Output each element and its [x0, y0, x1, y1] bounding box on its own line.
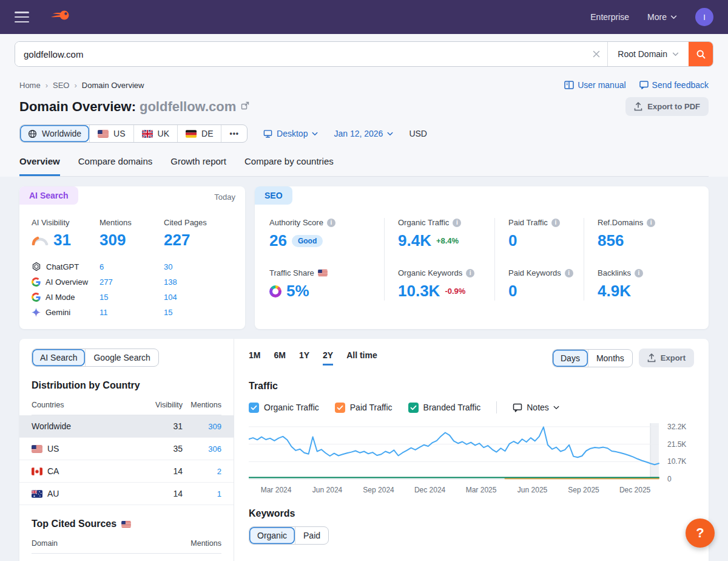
- range-2y[interactable]: 2Y: [323, 350, 333, 365]
- country-row-worldwide[interactable]: Worldwide 31 309: [19, 415, 234, 438]
- keywords-paid[interactable]: Paid: [295, 527, 328, 544]
- granularity-days[interactable]: Days: [553, 350, 588, 367]
- de-flag-icon: [186, 130, 197, 138]
- platform-visibility-link[interactable]: 277: [99, 277, 164, 287]
- tab-overview[interactable]: Overview: [19, 156, 60, 176]
- range-6m[interactable]: 6M: [274, 350, 285, 365]
- gemini-icon: [32, 308, 41, 317]
- info-icon[interactable]: [551, 219, 560, 227]
- platform-mentions-link[interactable]: 15: [164, 308, 233, 317]
- notes-control[interactable]: Notes: [513, 403, 559, 412]
- platform-visibility-link[interactable]: 11: [99, 308, 164, 317]
- granularity-months[interactable]: Months: [588, 350, 632, 367]
- date-selector[interactable]: Jan 12, 2026: [334, 129, 393, 138]
- domain-search-input[interactable]: [15, 42, 585, 66]
- range-1m[interactable]: 1M: [249, 350, 260, 365]
- metric-traffic-share: Traffic Share 5%: [269, 268, 384, 301]
- platform-mentions-link[interactable]: 138: [164, 277, 233, 287]
- feedback-bubble-icon: [639, 81, 649, 89]
- help-button[interactable]: ?: [686, 518, 715, 548]
- country-mentions-link[interactable]: 306: [183, 444, 221, 454]
- seo-card-tab[interactable]: SEO: [255, 186, 292, 205]
- top-navigation: Enterprise More I: [0, 0, 728, 34]
- info-icon[interactable]: [466, 269, 474, 277]
- info-icon[interactable]: [565, 269, 573, 277]
- metric-paid-traffic: Paid Traffic 0: [508, 218, 584, 250]
- toggle-google-search[interactable]: Google Search: [85, 349, 158, 366]
- legend-branded-traffic[interactable]: Branded Traffic: [408, 403, 481, 413]
- more-label: More: [647, 12, 667, 22]
- platform-mentions-link[interactable]: 30: [164, 262, 233, 271]
- export-to-pdf-button[interactable]: Export to PDF: [625, 97, 709, 116]
- search-button[interactable]: [689, 42, 713, 66]
- range-all-time[interactable]: All time: [346, 350, 377, 365]
- info-icon[interactable]: [453, 219, 461, 227]
- country-mentions-link[interactable]: 309: [183, 422, 221, 431]
- location-worldwide-label: Worldwide: [42, 129, 81, 138]
- metric-organic-keywords: Organic Keywords 10.3K-0.9%: [398, 268, 494, 301]
- ai-search-card-tab[interactable]: AI Search: [19, 186, 78, 205]
- toggle-ai-search[interactable]: AI Search: [32, 349, 85, 366]
- device-selector[interactable]: Desktop: [263, 129, 318, 138]
- country-mentions-link[interactable]: 2: [183, 467, 221, 476]
- legend-organic-traffic[interactable]: Organic Traffic: [249, 403, 319, 413]
- notes-bubble-icon: [513, 403, 522, 412]
- traffic-chart[interactable]: 32.2K21.5K10.7K0Mar 2024Jun 2024Sep 2024…: [249, 420, 694, 500]
- export-button[interactable]: Export: [639, 348, 694, 367]
- chevron-down-icon: [387, 132, 393, 136]
- metric-cited-pages: Cited Pages 227: [164, 218, 233, 250]
- tab-growth-report[interactable]: Growth report: [170, 156, 226, 176]
- country-row-us[interactable]: US 35 306: [19, 438, 234, 460]
- location-us[interactable]: US: [89, 125, 133, 142]
- chevron-down-icon: [672, 52, 679, 56]
- info-icon[interactable]: [647, 219, 655, 227]
- external-link-icon[interactable]: [241, 101, 249, 112]
- location-uk[interactable]: UK: [133, 125, 177, 142]
- platform-visibility-link[interactable]: 15: [99, 293, 164, 302]
- svg-text:10.7K: 10.7K: [667, 457, 686, 466]
- country-row-ca[interactable]: CA 14 2: [19, 460, 234, 483]
- enterprise-link[interactable]: Enterprise: [590, 12, 629, 22]
- page-header-area: Root Domain Home › SEO › Domain Overview…: [0, 34, 728, 177]
- info-icon[interactable]: [635, 269, 643, 277]
- user-avatar[interactable]: I: [695, 8, 713, 26]
- backlinks-value: 4.9K: [598, 282, 631, 301]
- tab-compare-domains[interactable]: Compare domains: [78, 156, 153, 176]
- tab-compare-by-countries[interactable]: Compare by countries: [244, 156, 334, 176]
- range-1y[interactable]: 1Y: [299, 350, 309, 365]
- svg-text:Mar 2025: Mar 2025: [466, 486, 497, 494]
- metric-organic-traffic: Organic Traffic 9.4K+8.4%: [398, 218, 494, 250]
- traffic-legend: Organic Traffic Paid Traffic Branded Tra…: [249, 401, 694, 413]
- more-menu[interactable]: More: [647, 12, 677, 22]
- info-icon[interactable]: [327, 219, 335, 227]
- report-tabs: Overview Compare domains Growth report C…: [19, 156, 709, 177]
- paid-traffic-label: Paid Traffic: [508, 218, 548, 227]
- col-domain: Domain: [32, 539, 179, 548]
- search-scope-select[interactable]: Root Domain: [607, 42, 689, 66]
- platform-visibility-link[interactable]: 6: [99, 262, 164, 271]
- svg-text:Jun 2024: Jun 2024: [312, 486, 343, 494]
- country-panel: AI Search Google Search Distribution by …: [19, 339, 234, 561]
- us-flag-icon: [98, 130, 109, 138]
- user-manual-link[interactable]: User manual: [564, 80, 625, 90]
- legend-divider: [496, 401, 497, 413]
- country-name: AU: [47, 489, 59, 498]
- send-feedback-link[interactable]: Send feedback: [639, 80, 709, 90]
- more-locations-button[interactable]: •••: [221, 125, 247, 142]
- legend-paid-traffic[interactable]: Paid Traffic: [335, 403, 393, 413]
- hamburger-menu-icon[interactable]: [15, 12, 29, 22]
- export-icon: [634, 102, 642, 111]
- country-mentions-link[interactable]: 1: [183, 489, 221, 498]
- clear-search-icon[interactable]: [585, 42, 607, 66]
- location-de[interactable]: DE: [177, 125, 221, 142]
- breadcrumb-home[interactable]: Home: [19, 81, 41, 90]
- chevron-down-icon: [553, 406, 559, 410]
- country-row-au[interactable]: AU 14 1: [19, 483, 234, 505]
- location-worldwide[interactable]: Worldwide: [20, 125, 89, 142]
- semrush-logo[interactable]: [50, 9, 70, 25]
- breadcrumb-seo[interactable]: SEO: [53, 81, 69, 90]
- book-icon: [564, 81, 574, 89]
- keywords-organic[interactable]: Organic: [249, 527, 295, 544]
- date-label: Jan 12, 2026: [334, 129, 383, 138]
- platform-mentions-link[interactable]: 104: [164, 293, 233, 302]
